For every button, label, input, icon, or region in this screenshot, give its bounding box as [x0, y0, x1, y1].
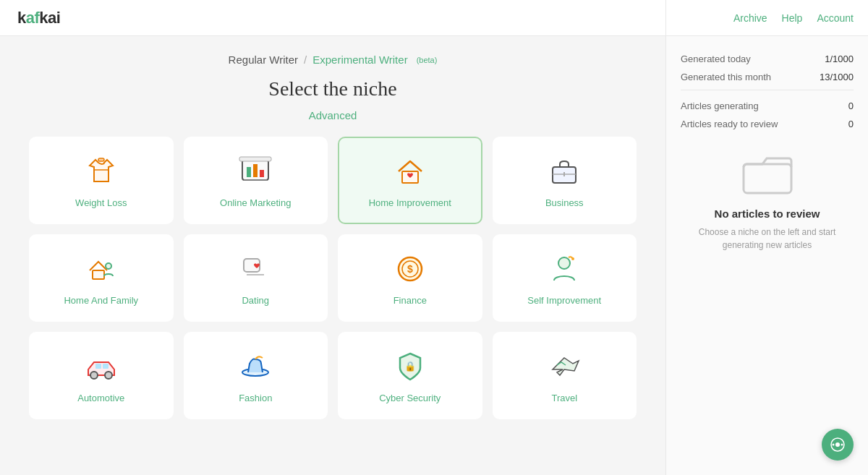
fab-button[interactable] [822, 429, 854, 461]
svg-rect-3 [239, 157, 271, 161]
svg-point-29 [835, 442, 840, 447]
advanced-link[interactable]: Advanced [309, 109, 357, 121]
generated-today-label: Generated today [681, 54, 751, 64]
niche-icon-self-improvement [545, 250, 583, 288]
niche-card-travel[interactable]: Travel [493, 332, 637, 419]
svg-text:🔒: 🔒 [404, 360, 417, 372]
svg-point-21 [90, 372, 98, 379]
niche-icon-weight-loss [82, 153, 120, 190]
svg-point-13 [106, 263, 111, 269]
niche-icon-finance: $ [391, 250, 429, 288]
niche-label-cyber-security: Cyber Security [379, 393, 441, 403]
niche-label-dating: Dating [242, 295, 269, 306]
articles-ready-label: Articles ready to review [681, 119, 778, 129]
svg-rect-24 [103, 364, 109, 369]
niche-card-self-improvement[interactable]: Self Improvement [493, 234, 637, 322]
niche-label-finance: Finance [393, 295, 427, 306]
niche-icon-fashion [237, 348, 274, 385]
svg-rect-4 [247, 167, 251, 177]
generated-month-row: Generated this month 13/1000 [681, 72, 854, 82]
articles-generating-label: Articles generating [681, 100, 759, 111]
generated-today-row: Generated today 1/1000 [681, 54, 854, 64]
svg-point-31 [841, 444, 843, 446]
articles-ready-value: 0 [848, 119, 854, 129]
experimental-writer-tab[interactable]: Experimental Writer [312, 54, 407, 66]
svg-rect-5 [253, 164, 258, 177]
niche-label-automotive: Automotive [77, 393, 124, 403]
articles-generating-row: Articles generating 0 [681, 100, 854, 111]
niche-card-fashion[interactable]: Fashion [184, 332, 328, 419]
niche-card-cyber-security[interactable]: 🔒 Cyber Security [338, 332, 482, 419]
top-navbar: kafkai [0, 0, 665, 36]
niche-label-fashion: Fashion [239, 393, 272, 403]
generated-month-label: Generated this month [681, 72, 771, 82]
main-content: Regular Writer / Experimental Writer (be… [0, 36, 665, 475]
niche-card-business[interactable]: Business [493, 137, 637, 224]
articles-generating-value: 0 [848, 100, 854, 111]
right-sidebar: Archive Help Account Generated today 1/1… [665, 0, 868, 475]
niche-icon-dating [237, 250, 274, 288]
niche-card-automotive[interactable]: Automotive [29, 332, 174, 419]
app-logo: kafkai [17, 9, 60, 27]
niche-card-finance[interactable]: $ Finance [338, 234, 482, 322]
articles-ready-row: Articles ready to review 0 [681, 119, 854, 129]
niche-icon-home-improvement [391, 153, 429, 190]
archive-nav-link[interactable]: Archive [733, 12, 767, 24]
niche-card-online-marketing[interactable]: Online Marketing [184, 137, 328, 224]
niche-card-home-and-family[interactable]: Home And Family [29, 234, 174, 322]
niche-icon-online-marketing [237, 153, 274, 190]
niche-card-home-improvement[interactable]: Home Improvement [338, 137, 482, 224]
sidebar-topnav: Archive Help Account [666, 0, 868, 36]
sidebar-body: Generated today 1/1000 Generated this mo… [666, 36, 868, 475]
niche-icon-home-and-family [82, 250, 120, 288]
generated-month-value: 13/1000 [820, 72, 854, 82]
niche-card-weight-loss[interactable]: Weight Loss [29, 137, 174, 224]
empty-state: No articles to review Choose a niche on … [681, 151, 854, 252]
niche-icon-travel [545, 348, 583, 385]
niche-label-business: Business [545, 197, 584, 208]
niche-label-online-marketing: Online Marketing [220, 197, 291, 208]
regular-writer-tab[interactable]: Regular Writer [229, 54, 298, 66]
help-nav-link[interactable]: Help [782, 12, 803, 24]
generated-today-value: 1/1000 [825, 54, 854, 64]
svg-rect-6 [260, 170, 264, 177]
stat-divider [681, 90, 854, 90]
niche-label-travel: Travel [551, 393, 577, 403]
no-articles-description: Choose a niche on the left and start gen… [681, 226, 854, 252]
writer-tabs: Regular Writer / Experimental Writer (be… [29, 54, 637, 66]
niche-icon-business [545, 153, 583, 190]
account-nav-link[interactable]: Account [817, 12, 854, 24]
tab-separator: / [304, 54, 307, 66]
beta-badge: (beta) [417, 56, 438, 64]
niche-icon-automotive [82, 348, 120, 385]
advanced-link-container: Advanced [29, 109, 637, 122]
niche-card-dating[interactable]: Dating [184, 234, 328, 322]
svg-point-19 [558, 257, 570, 269]
main-area: kafkai Regular Writer / Experimental Wri… [0, 0, 665, 475]
niche-label-weight-loss: Weight Loss [75, 197, 127, 208]
niche-label-home-and-family: Home And Family [64, 295, 138, 306]
svg-point-22 [105, 372, 112, 379]
page-title: Select the niche [29, 77, 637, 100]
svg-point-30 [833, 444, 835, 446]
svg-rect-0 [98, 158, 104, 161]
svg-text:$: $ [407, 263, 413, 275]
svg-rect-23 [95, 364, 101, 369]
niche-label-self-improvement: Self Improvement [527, 295, 601, 306]
folder-icon [742, 151, 793, 197]
svg-rect-12 [93, 270, 104, 279]
no-articles-title: No articles to review [715, 207, 820, 220]
niche-grid: Weight Loss Online Marketing Home Improv… [29, 137, 637, 419]
niche-icon-cyber-security: 🔒 [391, 348, 429, 385]
svg-rect-27 [744, 164, 791, 193]
svg-point-20 [571, 257, 574, 260]
niche-label-home-improvement: Home Improvement [369, 197, 451, 208]
